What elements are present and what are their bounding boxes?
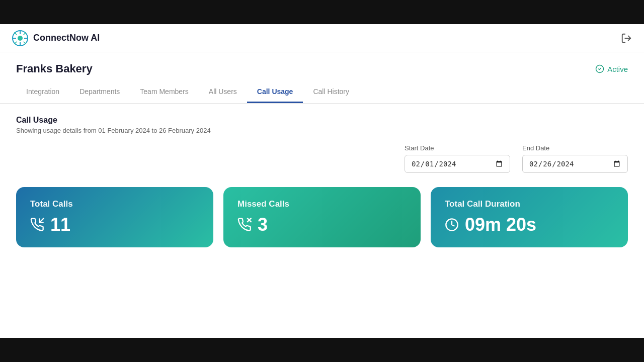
app-title: ConnectNow AI — [33, 33, 100, 43]
bottom-bar — [0, 338, 644, 362]
start-date-label: Start Date — [405, 144, 510, 152]
total-calls-label: Total Calls — [30, 199, 199, 209]
tabs-nav: Integration Departments Team Members All… — [0, 81, 644, 104]
tab-departments[interactable]: Departments — [69, 81, 130, 103]
svg-line-12 — [40, 218, 44, 222]
logout-icon[interactable] — [621, 33, 632, 44]
call-usage-section: Call Usage Showing usage details from 01… — [0, 104, 644, 259]
clock-icon — [445, 218, 459, 232]
end-date-label: End Date — [522, 144, 628, 152]
total-duration-value: 09m 20s — [465, 214, 536, 235]
tab-team-members[interactable]: Team Members — [130, 81, 198, 103]
tab-call-usage[interactable]: Call Usage — [247, 81, 303, 103]
company-header: Franks Bakery Active — [0, 52, 644, 75]
status-badge: Active — [595, 64, 628, 73]
section-subtitle: Showing usage details from 01 February 2… — [16, 127, 628, 134]
total-calls-value-row: 11 — [30, 214, 199, 235]
missed-calls-value: 3 — [258, 214, 268, 235]
tab-all-users[interactable]: All Users — [199, 81, 247, 103]
total-calls-card: Total Calls 11 — [16, 187, 213, 247]
total-duration-label: Total Call Duration — [445, 199, 614, 209]
company-name: Franks Bakery — [16, 62, 93, 75]
start-date-input[interactable] — [405, 155, 510, 173]
total-duration-value-row: 09m 20s — [445, 214, 614, 235]
top-bar — [0, 0, 644, 24]
missed-calls-card: Missed Calls 3 — [223, 187, 421, 247]
phone-missed-icon — [237, 218, 252, 232]
stat-cards-row: Total Calls 11 Missed Calls — [16, 187, 628, 247]
svg-point-1 — [18, 36, 23, 41]
missed-calls-label: Missed Calls — [237, 199, 407, 209]
missed-calls-value-row: 3 — [237, 214, 407, 235]
logo-area: ConnectNow AI — [12, 30, 100, 46]
header: ConnectNow AI — [0, 24, 644, 52]
date-range-row: Start Date End Date — [16, 144, 628, 173]
section-title: Call Usage — [16, 116, 628, 125]
total-calls-value: 11 — [50, 214, 70, 235]
main-content: Franks Bakery Active Integration Departm… — [0, 52, 644, 362]
tab-integration[interactable]: Integration — [16, 81, 69, 103]
app-logo-icon — [12, 30, 28, 46]
section-header: Call Usage Showing usage details from 01… — [16, 116, 628, 134]
end-date-input[interactable] — [522, 155, 628, 173]
end-date-group: End Date — [522, 144, 628, 173]
start-date-group: Start Date — [405, 144, 510, 173]
status-label: Active — [607, 65, 628, 73]
total-duration-card: Total Call Duration 09m 20s — [431, 187, 628, 247]
active-check-icon — [595, 64, 604, 73]
tab-call-history[interactable]: Call History — [303, 81, 359, 103]
phone-incoming-icon — [30, 218, 44, 232]
